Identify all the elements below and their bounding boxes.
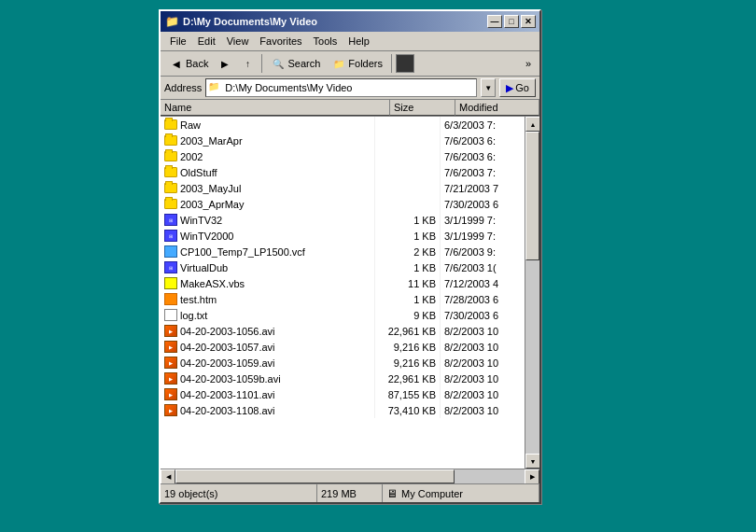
file-icon-wrapper: ▶ (164, 341, 177, 354)
maximize-button[interactable]: □ (504, 15, 519, 28)
file-modified-cell: 8/2/2003 10 (441, 371, 525, 386)
more-icon: » (525, 58, 531, 69)
table-row[interactable]: 2003_MarApr 7/6/2003 6: (161, 133, 525, 148)
file-modified: 7/6/2003 1( (444, 262, 497, 273)
table-row[interactable]: 2003_MayJul 7/21/2003 7 (161, 180, 525, 196)
media-icon: ⊞ (164, 230, 177, 242)
file-icon-wrapper: ▶ (164, 372, 177, 385)
avi-icon: ▶ (164, 357, 177, 369)
file-size-cell: 1 KB (375, 259, 441, 275)
file-modified-cell: 8/2/2003 10 (441, 386, 525, 402)
file-icon-wrapper (164, 198, 177, 211)
file-icon-wrapper (164, 309, 177, 322)
table-row[interactable]: log.txt 9 KB 7/30/2003 6 (161, 307, 525, 323)
status-bar: 19 object(s) 219 MB 🖥 My Computer (161, 483, 539, 502)
file-name-cell: test.htm (161, 291, 375, 307)
file-name: 2002 (180, 151, 203, 162)
menu-view[interactable]: View (221, 34, 255, 49)
table-row[interactable]: MakeASX.vbs 11 KB 7/12/2003 4 (161, 275, 525, 291)
file-size-cell (375, 117, 441, 133)
forward-button[interactable]: ▶ (215, 53, 235, 74)
menu-help[interactable]: Help (343, 34, 375, 49)
table-row[interactable]: ⊞ VirtualDub 1 KB 7/6/2003 1( (161, 259, 525, 275)
vscroll-thumb[interactable] (525, 132, 539, 260)
address-input[interactable] (225, 82, 474, 93)
table-row[interactable]: ▶ 04-20-2003-1057.avi 9,216 KB 8/2/2003 … (161, 339, 525, 355)
back-button[interactable]: ◀ Back (164, 53, 213, 74)
status-computer-text: My Computer (401, 488, 463, 499)
close-button[interactable]: ✕ (521, 15, 536, 28)
menu-tools[interactable]: Tools (308, 34, 343, 49)
vscroll-down-button[interactable]: ▼ (525, 454, 539, 469)
file-size: 9 KB (413, 310, 436, 321)
address-label: Address (164, 82, 202, 93)
search-button[interactable]: 🔍 Search (266, 53, 325, 74)
go-button[interactable]: ▶ Go (499, 78, 536, 97)
avi-icon: ▶ (164, 404, 177, 416)
file-icon-wrapper (164, 134, 177, 147)
file-name: CP100_Temp7_LP1500.vcf (180, 246, 305, 258)
table-row[interactable]: ▶ 04-20-2003-1056.avi 22,961 KB 8/2/2003… (161, 323, 525, 339)
file-modified: 3/1/1999 7: (444, 231, 496, 242)
file-name-cell: OldStuff (161, 164, 375, 180)
file-modified-cell: 7/6/2003 1( (441, 259, 525, 275)
file-name-cell: ▶ 04-20-2003-1108.avi (161, 402, 375, 418)
table-row[interactable]: ⊞ WinTV32 1 KB 3/1/1999 7: (161, 212, 525, 228)
file-name: 04-20-2003-1059.avi (180, 357, 275, 369)
file-name-cell: ⊞ WinTV2000 (161, 228, 375, 244)
file-size-cell: 11 KB (375, 275, 441, 291)
hscroll-left-button[interactable]: ◀ (161, 469, 175, 484)
table-row[interactable]: 2003_AprMay 7/30/2003 6 (161, 196, 525, 212)
file-name: 2003_MarApr (180, 135, 243, 147)
table-row[interactable]: Raw 6/3/2003 7: (161, 117, 525, 133)
hscroll-right-button[interactable]: ▶ (525, 469, 539, 484)
txt-icon (164, 309, 177, 321)
menu-edit[interactable]: Edit (192, 34, 221, 49)
forward-icon: ▶ (217, 56, 232, 71)
go-arrow-icon: ▶ (506, 82, 513, 94)
file-size: 1 KB (413, 231, 436, 242)
file-modified: 7/6/2003 6: (444, 151, 496, 162)
avi-icon: ▶ (164, 372, 177, 385)
file-name: 2003_AprMay (180, 199, 245, 210)
address-dropdown[interactable]: ▼ (481, 78, 496, 97)
col-header-name[interactable]: Name (161, 100, 390, 116)
col-header-size[interactable]: Size (390, 100, 455, 116)
file-modified: 8/2/2003 10 (444, 326, 498, 337)
file-size-cell (375, 133, 441, 148)
table-row[interactable]: ▶ 04-20-2003-1059.avi 9,216 KB 8/2/2003 … (161, 355, 525, 371)
table-row[interactable]: OldStuff 7/6/2003 7: (161, 164, 525, 180)
menu-file[interactable]: File (164, 34, 192, 49)
folders-button[interactable]: 📁 Folders (327, 53, 387, 74)
hscroll-thumb[interactable] (175, 469, 455, 483)
file-size-cell: 1 KB (375, 212, 441, 228)
table-row[interactable]: ▶ 04-20-2003-1108.avi 73,410 KB 8/2/2003… (161, 402, 525, 418)
explorer-window: 📁 D:\My Documents\My Video — □ ✕ File Ed… (159, 9, 541, 504)
table-row[interactable]: CP100_Temp7_LP1500.vcf 2 KB 7/6/2003 9: (161, 244, 525, 259)
up-button[interactable]: ↑ (237, 53, 258, 74)
table-row[interactable]: ⊞ WinTV2000 1 KB 3/1/1999 7: (161, 228, 525, 244)
menu-favorites[interactable]: Favorites (254, 34, 307, 49)
file-modified-cell: 7/6/2003 9: (441, 244, 525, 259)
file-size-cell (375, 148, 441, 164)
vscroll-up-button[interactable]: ▲ (525, 117, 539, 132)
file-name-cell: log.txt (161, 307, 375, 323)
table-row[interactable]: test.htm 1 KB 7/28/2003 6 (161, 291, 525, 307)
file-icon-wrapper: ▶ (164, 404, 177, 417)
col-header-modified[interactable]: Modified (455, 100, 539, 116)
more-button[interactable]: » (521, 53, 536, 74)
table-row[interactable]: 2002 7/6/2003 6: (161, 148, 525, 164)
search-icon: 🔍 (271, 56, 286, 71)
media-button[interactable] (396, 54, 414, 73)
file-name: 2003_MayJul (180, 183, 241, 194)
minimize-button[interactable]: — (487, 15, 502, 28)
menu-bar: File Edit View Favorites Tools Help (161, 32, 539, 51)
file-name-cell: ⊞ VirtualDub (161, 259, 375, 275)
status-size-text: 219 MB (321, 488, 357, 499)
file-size-cell: 9,216 KB (375, 355, 441, 371)
title-bar: 📁 D:\My Documents\My Video — □ ✕ (161, 11, 539, 32)
table-row[interactable]: ▶ 04-20-2003-1059b.avi 22,961 KB 8/2/200… (161, 371, 525, 386)
avi-icon: ▶ (164, 388, 177, 400)
table-row[interactable]: ▶ 04-20-2003-1101.avi 87,155 KB 8/2/2003… (161, 386, 525, 402)
status-objects-text: 19 object(s) (164, 488, 217, 499)
